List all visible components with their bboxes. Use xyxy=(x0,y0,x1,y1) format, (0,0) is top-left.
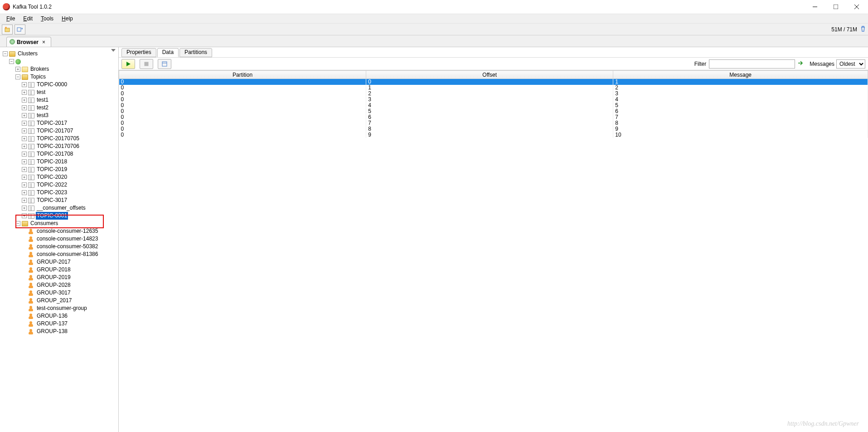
expand-icon[interactable]: + xyxy=(22,136,27,141)
tree-node[interactable]: +TOPIC-2017 xyxy=(3,119,118,127)
table-row[interactable]: 034 xyxy=(119,97,868,103)
tree-node[interactable]: +test2 xyxy=(3,104,118,112)
expand-icon[interactable]: − xyxy=(9,59,14,64)
expand-icon[interactable]: − xyxy=(15,74,20,79)
tree-node[interactable]: +TOPIC-3017 xyxy=(3,196,118,204)
toolbar-button-2[interactable] xyxy=(15,25,25,34)
table-row[interactable]: 078 xyxy=(119,120,868,126)
tree-node[interactable]: +TOPIC-2020 xyxy=(3,173,118,181)
collapse-arrow-icon[interactable] xyxy=(111,49,116,55)
table-row[interactable]: 067 xyxy=(119,114,868,120)
tree-node[interactable]: − xyxy=(3,58,118,65)
tree-node[interactable]: +test1 xyxy=(3,96,118,104)
tree-node[interactable]: +TOPIC-0000 xyxy=(3,81,118,88)
svg-rect-1 xyxy=(834,5,838,9)
tab-close-icon[interactable]: × xyxy=(42,39,45,45)
gc-button[interactable] xyxy=(860,25,866,33)
tree-node[interactable]: +TOPIC-2019 xyxy=(3,166,118,173)
filter-input[interactable] xyxy=(709,59,795,69)
expand-icon[interactable]: + xyxy=(22,82,27,87)
table-row[interactable]: 056 xyxy=(119,108,868,114)
tree-node[interactable]: −Topics xyxy=(3,73,118,81)
tree-node[interactable]: +TOPIC-2018 xyxy=(3,158,118,166)
maximize-button[interactable] xyxy=(825,0,846,14)
tree-node[interactable]: console-consumer-12635 xyxy=(3,227,118,235)
tree-node[interactable]: +test3 xyxy=(3,112,118,119)
menu-edit[interactable]: Edit xyxy=(19,15,36,23)
expand-icon[interactable]: + xyxy=(22,121,27,126)
tree-node[interactable]: +Brokers xyxy=(3,65,118,73)
tree-node[interactable]: +TOPIC-20170705 xyxy=(3,135,118,142)
close-button[interactable] xyxy=(846,0,867,14)
table-row[interactable]: 012 xyxy=(119,85,868,91)
tree-node[interactable]: GROUP-137 xyxy=(3,320,118,328)
tree-node[interactable]: +TOPIC-201708 xyxy=(3,150,118,158)
play-button[interactable] xyxy=(121,59,135,69)
expand-icon[interactable]: + xyxy=(22,198,27,203)
expand-icon[interactable]: − xyxy=(3,51,8,56)
tree-node[interactable]: console-consumer-14823 xyxy=(3,235,118,243)
th-message[interactable]: Message xyxy=(613,71,868,79)
tree-label: TOPIC-201707 xyxy=(36,127,74,135)
tab-browser[interactable]: Browser × xyxy=(6,37,51,47)
table-row[interactable]: 0910 xyxy=(119,132,868,138)
tree-node[interactable]: +TOPIC-201707 xyxy=(3,127,118,135)
tree-node[interactable]: GROUP-3017 xyxy=(3,289,118,297)
expand-icon[interactable]: + xyxy=(22,98,27,103)
expand-icon[interactable]: − xyxy=(15,221,20,226)
menu-tools[interactable]: Tools xyxy=(37,15,57,23)
tree-node[interactable]: +TOPIC-20170706 xyxy=(3,142,118,150)
minimize-button[interactable] xyxy=(805,0,825,14)
data-table[interactable]: Partition Offset Message 001012023034045… xyxy=(119,70,868,138)
cluster-tree[interactable]: −Clusters−+Brokers−Topics+TOPIC-0000+tes… xyxy=(0,49,118,335)
expand-icon[interactable]: + xyxy=(15,67,20,72)
tree-node[interactable]: console-consumer-81386 xyxy=(3,250,118,258)
tree-node[interactable]: GROUP-136 xyxy=(3,312,118,320)
tree-node[interactable]: +test xyxy=(3,88,118,96)
filter-go-icon[interactable] xyxy=(795,60,810,67)
tree-node[interactable]: console-consumer-50382 xyxy=(3,243,118,250)
tree-node[interactable]: −Clusters xyxy=(3,50,118,58)
table-row[interactable]: 045 xyxy=(119,103,868,108)
expand-icon[interactable]: + xyxy=(22,206,27,211)
th-offset[interactable]: Offset xyxy=(366,71,613,79)
messages-select[interactable]: Oldest xyxy=(836,59,865,69)
expand-icon[interactable]: + xyxy=(22,190,27,195)
expand-icon[interactable]: + xyxy=(22,213,27,218)
tree-node[interactable]: GROUP-2018 xyxy=(3,266,118,274)
tree-node[interactable]: −Consumers xyxy=(3,220,118,227)
expand-icon[interactable]: + xyxy=(22,144,27,149)
expand-icon[interactable]: + xyxy=(22,90,27,95)
table-row[interactable]: 001 xyxy=(119,79,868,85)
expand-icon[interactable]: + xyxy=(22,152,27,157)
expand-icon[interactable]: + xyxy=(22,167,27,172)
tab-partitions[interactable]: Partitions xyxy=(179,48,212,57)
tree-node[interactable]: +__consumer_offsets xyxy=(3,204,118,212)
tree-node[interactable]: GROUP-2017 xyxy=(3,258,118,266)
tree-node[interactable]: GROUP-2019 xyxy=(3,274,118,281)
tree-node[interactable]: GROUP-138 xyxy=(3,328,118,335)
user-icon xyxy=(28,236,34,242)
th-partition[interactable]: Partition xyxy=(119,71,366,79)
menu-file[interactable]: File xyxy=(3,15,19,23)
expand-icon[interactable]: + xyxy=(22,128,27,133)
table-row[interactable]: 023 xyxy=(119,91,868,97)
tree-node[interactable]: GROUP-2028 xyxy=(3,281,118,289)
menu-help[interactable]: Help xyxy=(58,15,77,23)
tree-node[interactable]: GROUP_2017 xyxy=(3,297,118,304)
tab-data[interactable]: Data xyxy=(157,48,179,57)
tree-node[interactable]: test-consumer-group xyxy=(3,304,118,312)
expand-icon[interactable]: + xyxy=(22,175,27,180)
table-row[interactable]: 089 xyxy=(119,126,868,132)
view-button[interactable] xyxy=(158,59,171,69)
tree-node[interactable]: +TOPIC-2023 xyxy=(3,189,118,196)
expand-icon[interactable]: + xyxy=(22,113,27,118)
tree-node[interactable]: +TOPIC-2022 xyxy=(3,181,118,189)
expand-icon[interactable]: + xyxy=(22,105,27,110)
toolbar-button-1[interactable] xyxy=(2,25,13,34)
tree-node[interactable]: +TOPIC-0001 xyxy=(3,212,118,220)
expand-icon[interactable]: + xyxy=(22,159,27,164)
expand-icon[interactable]: + xyxy=(22,182,27,187)
stop-button[interactable] xyxy=(140,59,153,69)
tab-properties[interactable]: Properties xyxy=(121,48,156,57)
